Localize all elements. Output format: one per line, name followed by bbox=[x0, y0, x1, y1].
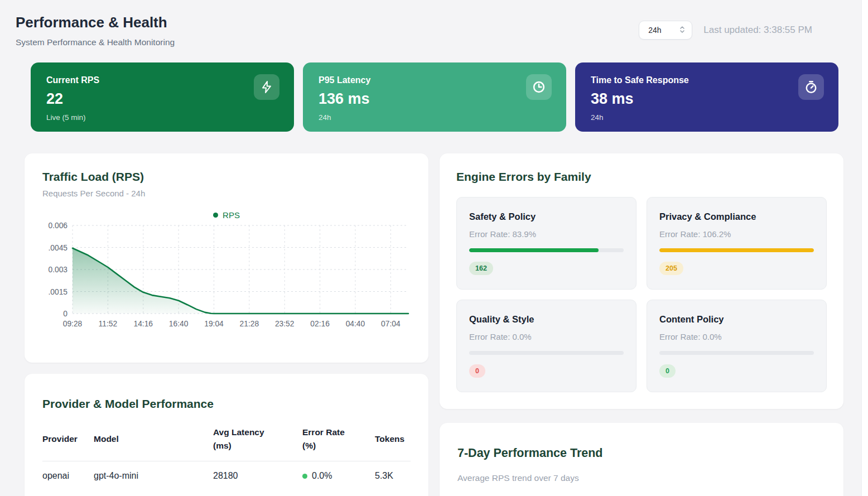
left-column: Traffic Load (RPS) Requests Per Second -… bbox=[25, 153, 428, 496]
cell-model: gpt-4o-mini bbox=[94, 471, 212, 481]
svg-text:21:28: 21:28 bbox=[240, 320, 259, 328]
kpi-label: Current RPS bbox=[46, 75, 278, 85]
col-avg-latency: Avg Latency (ms) bbox=[213, 426, 269, 452]
clock-icon bbox=[526, 74, 552, 100]
scrollbar[interactable] bbox=[861, 0, 868, 496]
time-range-value: 24h bbox=[648, 26, 661, 35]
kpi-caption: 24h bbox=[319, 113, 551, 122]
family-error-rate: Error Rate: 0.0% bbox=[469, 332, 624, 341]
kpi-caption: 24h bbox=[591, 113, 823, 122]
col-model: Model bbox=[94, 434, 212, 444]
family-error-rate: Error Rate: 106.2% bbox=[659, 229, 814, 239]
bolt-icon bbox=[254, 74, 279, 100]
kpi-value: 38 ms bbox=[591, 90, 823, 108]
count-badge: 205 bbox=[659, 262, 683, 275]
error-bar-track bbox=[659, 351, 814, 355]
chart-legend: RPS bbox=[42, 210, 411, 220]
header-controls: 24h Last updated: 3:38:55 PM bbox=[639, 21, 812, 40]
page-title: Performance & Health bbox=[16, 14, 175, 31]
kpi-caption: Live (5 min) bbox=[46, 113, 278, 122]
svg-text:.0015: .0015 bbox=[48, 288, 67, 296]
family-name: Privacy & Compliance bbox=[659, 211, 814, 222]
right-column: Engine Errors by Family Safety & Policy … bbox=[440, 153, 843, 496]
kpi-value: 136 ms bbox=[319, 90, 551, 108]
chevron-updown-icon bbox=[679, 26, 686, 35]
svg-text:07:04: 07:04 bbox=[381, 320, 401, 328]
svg-text:09:28: 09:28 bbox=[63, 320, 83, 328]
count-badge: 0 bbox=[469, 364, 485, 378]
time-range-select[interactable]: 24h bbox=[639, 21, 692, 40]
kpi-p95-latency: P95 Latency 136 ms 24h bbox=[303, 62, 566, 132]
header-titles: Performance & Health System Performance … bbox=[16, 14, 175, 47]
status-dot-icon bbox=[302, 474, 307, 479]
svg-text:02:16: 02:16 bbox=[310, 320, 330, 328]
family-card-safety-policy: Safety & Policy Error Rate: 83.9% 162 bbox=[456, 197, 636, 290]
trend-panel: 7-Day Performance Trend Average RPS tren… bbox=[440, 423, 843, 496]
stopwatch-icon bbox=[798, 74, 824, 100]
kpi-value: 22 bbox=[46, 90, 278, 108]
family-card-content-policy: Content Policy Error Rate: 0.0% 0 bbox=[647, 300, 827, 392]
svg-text:.0045: .0045 bbox=[48, 244, 67, 252]
cell-provider: openai bbox=[42, 471, 93, 481]
count-badge: 0 bbox=[659, 364, 676, 378]
svg-text:04:40: 04:40 bbox=[346, 320, 365, 328]
family-name: Content Policy bbox=[659, 314, 814, 325]
page-subtitle: System Performance & Health Monitoring bbox=[16, 37, 175, 47]
cell-avg-latency: 28180 bbox=[213, 471, 301, 481]
col-tokens: Tokens bbox=[375, 434, 411, 444]
error-bar-fill bbox=[659, 248, 814, 252]
table-row: openai gpt-4o-mini 28180 0.0% 5.3K bbox=[42, 461, 411, 481]
kpi-row: Current RPS 22 Live (5 min) P95 Latency … bbox=[31, 62, 838, 132]
kpi-current-rps: Current RPS 22 Live (5 min) bbox=[31, 62, 294, 132]
family-grid: Safety & Policy Error Rate: 83.9% 162 Pr… bbox=[456, 197, 827, 392]
family-name: Quality & Style bbox=[469, 314, 624, 325]
kpi-label: Time to Safe Response bbox=[591, 75, 823, 85]
family-card-privacy-compliance: Privacy & Compliance Error Rate: 106.2% … bbox=[647, 197, 827, 290]
error-bar-fill bbox=[469, 248, 599, 252]
svg-text:19:04: 19:04 bbox=[204, 320, 224, 328]
table-header: Provider Model Avg Latency (ms) Error Ra… bbox=[42, 426, 411, 461]
family-name: Safety & Policy bbox=[469, 211, 624, 222]
engine-errors-panel: Engine Errors by Family Safety & Policy … bbox=[440, 153, 843, 409]
col-provider: Provider bbox=[42, 434, 93, 444]
cell-error-rate: 0.0% bbox=[302, 471, 374, 481]
svg-text:16:40: 16:40 bbox=[169, 320, 189, 328]
traffic-title: Traffic Load (RPS) bbox=[42, 170, 411, 184]
traffic-subtitle: Requests Per Second - 24h bbox=[42, 189, 411, 198]
legend-label: RPS bbox=[223, 210, 240, 220]
last-updated-text: Last updated: 3:38:55 PM bbox=[703, 25, 812, 36]
main-content: Traffic Load (RPS) Requests Per Second -… bbox=[25, 153, 843, 496]
error-bar-track bbox=[659, 248, 814, 252]
rps-area-chart: 0.00150.003.00450.00609:2811:5214:1616:4… bbox=[42, 221, 411, 334]
trend-title: 7-Day Performance Trend bbox=[457, 446, 826, 460]
kpi-time-to-safe-response: Time to Safe Response 38 ms 24h bbox=[575, 62, 838, 132]
cell-tokens: 5.3K bbox=[375, 471, 411, 481]
page-header: Performance & Health System Performance … bbox=[0, 0, 868, 47]
kpi-label: P95 Latency bbox=[319, 75, 551, 85]
count-badge: 162 bbox=[469, 262, 493, 275]
svg-text:0.006: 0.006 bbox=[48, 221, 67, 230]
provider-table-title: Provider & Model Performance bbox=[42, 397, 411, 411]
family-card-quality-style: Quality & Style Error Rate: 0.0% 0 bbox=[456, 300, 636, 392]
traffic-load-panel: Traffic Load (RPS) Requests Per Second -… bbox=[25, 153, 428, 363]
col-error-rate: Error Rate (%) bbox=[302, 426, 349, 452]
svg-text:23:52: 23:52 bbox=[275, 320, 295, 328]
svg-text:0.003: 0.003 bbox=[48, 266, 67, 274]
provider-model-panel: Provider & Model Performance Provider Mo… bbox=[25, 374, 428, 496]
family-error-rate: Error Rate: 0.0% bbox=[659, 332, 814, 341]
engine-errors-title: Engine Errors by Family bbox=[456, 170, 827, 184]
svg-text:11:52: 11:52 bbox=[99, 320, 118, 328]
svg-text:0: 0 bbox=[63, 310, 67, 318]
error-bar-track bbox=[469, 351, 624, 355]
family-error-rate: Error Rate: 83.9% bbox=[469, 229, 624, 239]
error-bar-track bbox=[469, 248, 624, 252]
trend-subtitle: Average RPS trend over 7 days bbox=[457, 473, 826, 483]
svg-text:14:16: 14:16 bbox=[133, 320, 153, 328]
legend-dot-icon bbox=[213, 213, 218, 218]
